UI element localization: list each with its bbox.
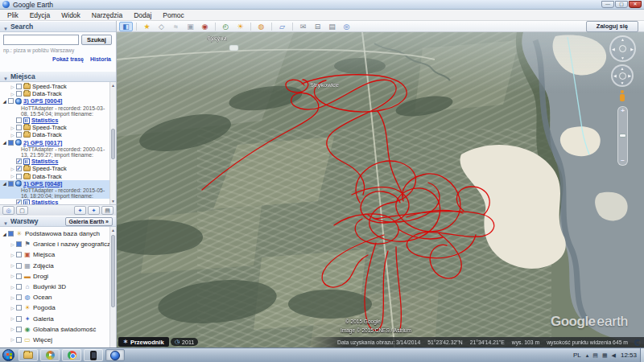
zoom-slider-handle[interactable]: [619, 134, 626, 138]
pegman-icon[interactable]: [618, 90, 625, 101]
look-down-icon[interactable]: ▼: [621, 56, 625, 60]
place-label[interactable]: Statistics: [31, 158, 58, 165]
search-button[interactable]: Szukaj: [81, 35, 112, 45]
sign-in-button[interactable]: Zaloguj się: [586, 21, 638, 32]
visibility-checkbox[interactable]: [8, 181, 14, 187]
expand-arrow-icon[interactable]: [2, 232, 7, 237]
expand-arrow-icon[interactable]: [10, 295, 15, 300]
expand-arrow-icon[interactable]: [10, 253, 15, 257]
place-label[interactable]: Statistics: [31, 199, 58, 204]
show-route-link[interactable]: Pokaż trasę: [52, 56, 84, 62]
print-button[interactable]: ⊟: [311, 22, 324, 31]
expand-arrow-icon[interactable]: [10, 337, 15, 342]
search-panel-header[interactable]: Search: [0, 21, 116, 32]
layer-checkbox[interactable]: [16, 337, 22, 343]
layers-tree-row[interactable]: ▦Zdjęcia: [0, 261, 116, 271]
places-panel-header[interactable]: Miejsca: [0, 71, 116, 82]
places-tree-row[interactable]: 2) GPS [0017]: [0, 139, 116, 146]
layer-checkbox[interactable]: [16, 327, 22, 332]
tray-icon-a-icon[interactable]: ▤: [592, 352, 598, 359]
chrome-taskbar-button[interactable]: [62, 349, 81, 361]
windows-explorer-taskbar-button[interactable]: [19, 349, 38, 361]
visibility-checkbox[interactable]: [16, 132, 22, 138]
maximize-button[interactable]: ▢: [615, 1, 628, 8]
visibility-checkbox[interactable]: [16, 200, 22, 204]
fly-to-button[interactable]: ✦: [74, 206, 86, 215]
menu-item-3[interactable]: Narzędzia: [86, 10, 128, 20]
play-tour-button[interactable]: ✦: [88, 206, 100, 215]
expand-arrow-icon[interactable]: [2, 99, 7, 104]
places-tree-row[interactable]: Data-Track: [0, 131, 116, 138]
close-button[interactable]: ✕: [629, 1, 642, 8]
places-tree-row[interactable]: 3) GPS [0004]: [0, 97, 116, 105]
polygon-button[interactable]: ◇: [155, 22, 168, 31]
layers-tree-row[interactable]: ⚑Granice i nazwy geograficzne: [0, 239, 116, 249]
layer-checkbox[interactable]: [16, 284, 22, 290]
menu-item-2[interactable]: Widok: [56, 10, 86, 20]
places-tree-row[interactable]: Statistics: [0, 199, 116, 204]
look-left-icon[interactable]: ◀: [612, 47, 615, 51]
places-tree-row[interactable]: 1) GPS [0048]: [0, 180, 116, 187]
move-up-icon[interactable]: ▲: [621, 66, 625, 71]
layers-tree-row[interactable]: ✳Podstawowa baza danych: [0, 228, 116, 239]
media-player-taskbar-button[interactable]: [40, 349, 60, 361]
layers-tree-row[interactable]: ▣Miejsca: [0, 249, 116, 260]
expand-arrow-icon[interactable]: [10, 316, 15, 321]
layers-tree-row[interactable]: ◉Globalna świadomość: [0, 324, 116, 335]
historical-imagery-badge[interactable]: ◷ 2011: [171, 338, 198, 346]
menu-item-5[interactable]: Pomoc: [157, 10, 189, 20]
layer-checkbox[interactable]: [16, 316, 22, 322]
layers-tree-row[interactable]: ✦Galeria: [0, 314, 116, 324]
hidden-icons-arrow-icon[interactable]: ▴: [586, 352, 589, 359]
places-tree-row[interactable]: Speed-Track: [0, 165, 116, 172]
place-label[interactable]: 2) GPS [0017]: [23, 139, 62, 146]
visibility-checkbox[interactable]: [16, 166, 22, 171]
place-label[interactable]: 1) GPS [0048]: [23, 180, 62, 187]
earth-gallery-button[interactable]: Galeria Earth »: [65, 217, 113, 226]
layers-scrollbar[interactable]: ▲ ▼: [109, 227, 116, 358]
image-overlay-button[interactable]: ▣: [184, 22, 197, 31]
expand-arrow-icon[interactable]: [10, 167, 15, 171]
look-joystick[interactable]: ▲ ▼ ▶ ◀: [609, 35, 636, 62]
mobile-app-taskbar-button[interactable]: [84, 349, 103, 361]
expand-arrow-icon[interactable]: [10, 306, 15, 311]
ruler-button[interactable]: ▱: [275, 22, 289, 31]
layer-checkbox[interactable]: [16, 294, 22, 300]
tour-guide-button[interactable]: ✶ Przewodnik: [118, 337, 169, 347]
look-up-icon[interactable]: ▲: [621, 37, 625, 42]
layer-checkbox[interactable]: [16, 263, 22, 269]
layers-tree-row[interactable]: ▭Więcej: [0, 335, 116, 345]
visibility-checkbox[interactable]: [16, 117, 22, 123]
places-tree-row[interactable]: Speed-Track: [0, 83, 116, 90]
places-scrollbar[interactable]: ▲ ▼: [109, 82, 116, 204]
tray-icon-b-icon[interactable]: ▦: [602, 352, 608, 359]
menu-item-0[interactable]: Plik: [2, 10, 24, 20]
visibility-checkbox[interactable]: [16, 125, 22, 130]
start-button[interactable]: [2, 349, 14, 361]
expand-arrow-icon[interactable]: [10, 84, 15, 89]
menu-item-1[interactable]: Edycja: [24, 10, 56, 20]
move-left-icon[interactable]: ◀: [613, 73, 617, 78]
move-down-icon[interactable]: ▼: [621, 80, 625, 85]
visibility-checkbox[interactable]: [16, 91, 22, 97]
expand-arrow-icon[interactable]: [10, 174, 15, 179]
layers-tree-row[interactable]: ⌂Budynki 3D: [0, 282, 116, 292]
visibility-checkbox[interactable]: [16, 174, 22, 179]
layer-checkbox[interactable]: [16, 252, 22, 257]
expand-arrow-icon[interactable]: [10, 263, 15, 268]
expand-arrow-icon[interactable]: [10, 133, 15, 138]
zoom-in-button[interactable]: [618, 107, 627, 115]
scroll-down-icon[interactable]: ▼: [110, 198, 116, 204]
layer-checkbox[interactable]: [16, 241, 22, 247]
minimize-button[interactable]: —: [601, 1, 614, 8]
layers-tree-row[interactable]: ◍Ocean: [0, 292, 116, 302]
places-tree-row[interactable]: Data-Track: [0, 173, 116, 180]
places-tree-row[interactable]: Data-Track: [0, 90, 116, 97]
taskbar-clock[interactable]: 12:53: [621, 352, 637, 359]
visibility-checkbox[interactable]: [16, 84, 22, 89]
expand-arrow-icon[interactable]: [2, 140, 7, 145]
expand-arrow-icon[interactable]: [10, 327, 15, 331]
map-3d-view[interactable]: Sycyna Strykowice ▲ ▼ ▶ ◀ ▲ ▼ ▶ ◀: [117, 32, 644, 348]
volume-icon[interactable]: ◀: [612, 352, 616, 359]
path-button[interactable]: ≈: [169, 22, 183, 31]
